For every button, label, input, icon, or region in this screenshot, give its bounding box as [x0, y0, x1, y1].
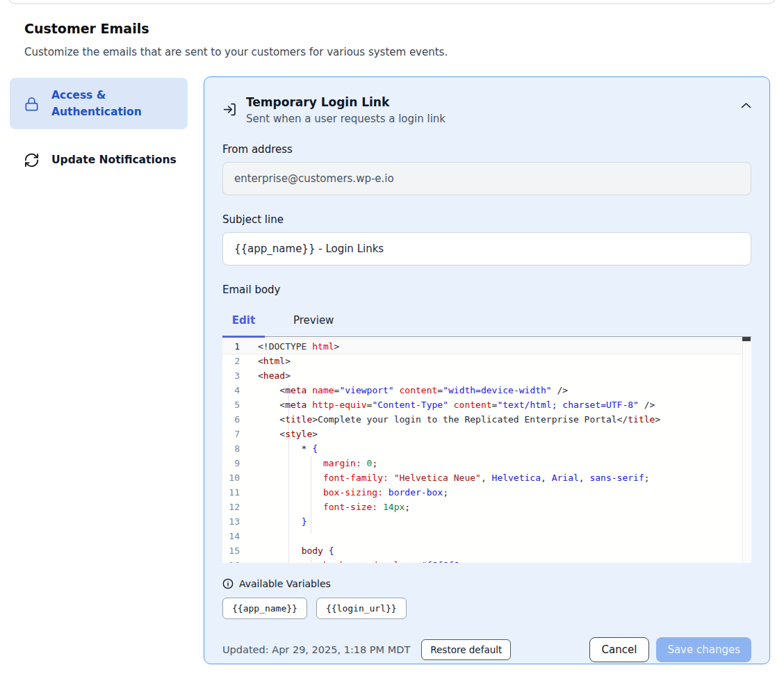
- page-title: Customer Emails: [24, 21, 149, 36]
- save-changes-button[interactable]: Save changes: [656, 637, 751, 662]
- panel-footer: Updated: Apr 29, 2025, 1:18 PM MDT Resto…: [222, 637, 751, 662]
- code-line[interactable]: 6 <title>Complete your login to the Repl…: [222, 412, 742, 427]
- email-body-tabs: Edit Preview: [222, 313, 751, 336]
- line-number: 8: [222, 441, 249, 456]
- cancel-button[interactable]: Cancel: [589, 637, 650, 662]
- login-icon: [222, 102, 237, 117]
- line-number: 3: [222, 368, 249, 383]
- available-variables-header: Available Variables: [222, 578, 751, 589]
- tab-preview[interactable]: Preview: [284, 313, 343, 328]
- code-line[interactable]: 5 <meta http-equiv="Content-Type" conten…: [222, 397, 742, 412]
- code-line[interactable]: 9 margin: 0;: [222, 456, 742, 470]
- line-number: 11: [222, 485, 249, 500]
- panel-title: Temporary Login Link: [246, 95, 446, 109]
- variable-chip-login-url[interactable]: {{login_url}}: [316, 598, 407, 619]
- tab-edit[interactable]: Edit: [222, 313, 265, 328]
- line-number: 7: [222, 427, 249, 441]
- line-number: 2: [222, 354, 249, 368]
- from-address-field[interactable]: [222, 162, 751, 195]
- code-line[interactable]: 7 <style>: [222, 427, 742, 441]
- variable-chips: {{app_name}} {{login_url}}: [222, 598, 751, 619]
- email-body-label: Email body: [222, 284, 751, 296]
- code-line[interactable]: 16 background-color: #f6f6f6;: [222, 558, 742, 563]
- code-line[interactable]: 10 font-family: "Helvetica Neue", Helvet…: [222, 470, 742, 485]
- from-address-label: From address: [222, 143, 751, 156]
- line-number: 5: [222, 397, 249, 412]
- sidebar-item-update-notifications[interactable]: Update Notifications: [10, 139, 188, 181]
- page-description: Customize the emails that are sent to yo…: [24, 46, 448, 58]
- updated-timestamp: Updated: Apr 29, 2025, 1:18 PM MDT: [222, 644, 410, 655]
- info-icon: [222, 578, 234, 589]
- editor-scrollbar-thumb[interactable]: [742, 337, 751, 341]
- variable-chip-app-name[interactable]: {{app_name}}: [222, 598, 307, 619]
- line-number: 14: [222, 529, 249, 543]
- restore-default-button[interactable]: Restore default: [421, 639, 511, 660]
- chevron-up-icon[interactable]: [741, 102, 751, 109]
- email-settings-panel: Temporary Login Link Sent when a user re…: [204, 76, 770, 664]
- panel-header: Temporary Login Link Sent when a user re…: [222, 95, 751, 125]
- line-number: 15: [222, 543, 249, 558]
- code-line[interactable]: 1<!DOCTYPE html>: [222, 339, 742, 354]
- line-number: 10: [222, 470, 249, 485]
- line-number: 1: [222, 339, 249, 354]
- code-line[interactable]: 2<html>: [222, 354, 742, 368]
- available-variables-label: Available Variables: [239, 578, 331, 589]
- refresh-icon: [24, 152, 40, 168]
- subject-line-label: Subject line: [222, 213, 751, 226]
- editor-scrollbar[interactable]: [742, 337, 751, 563]
- line-number: 12: [222, 500, 249, 514]
- top-card-edge: [7, 0, 777, 4]
- code-line[interactable]: 3<head>: [222, 368, 742, 383]
- sidebar-item-label: Update Notifications: [51, 151, 177, 168]
- code-line[interactable]: 8 * {: [222, 441, 742, 456]
- line-number: 9: [222, 456, 249, 470]
- settings-sidebar: Access & Authentication Update Notificat…: [10, 78, 188, 181]
- code-line[interactable]: 14: [222, 529, 742, 543]
- line-number: 4: [222, 383, 249, 397]
- subject-line-field[interactable]: [222, 232, 751, 265]
- line-number: 13: [222, 514, 249, 529]
- lock-icon: [24, 96, 40, 112]
- code-line[interactable]: 11 box-sizing: border-box;: [222, 485, 742, 500]
- code-lines: 1<!DOCTYPE html>2<html>3<head>4 <meta na…: [222, 339, 742, 563]
- code-line[interactable]: 12 font-size: 14px;: [222, 500, 742, 514]
- panel-subtitle: Sent when a user requests a login link: [246, 113, 446, 125]
- code-line[interactable]: 4 <meta name="viewport" content="width=d…: [222, 383, 742, 397]
- sidebar-item-label: Access & Authentication: [51, 87, 181, 120]
- sidebar-item-access-authentication[interactable]: Access & Authentication: [10, 78, 188, 129]
- line-number: 6: [222, 412, 249, 427]
- line-number: 16: [222, 558, 249, 563]
- email-body-code-editor[interactable]: 1<!DOCTYPE html>2<html>3<head>4 <meta na…: [222, 336, 751, 563]
- code-line[interactable]: 13 }: [222, 514, 742, 529]
- code-line[interactable]: 15 body {: [222, 543, 742, 558]
